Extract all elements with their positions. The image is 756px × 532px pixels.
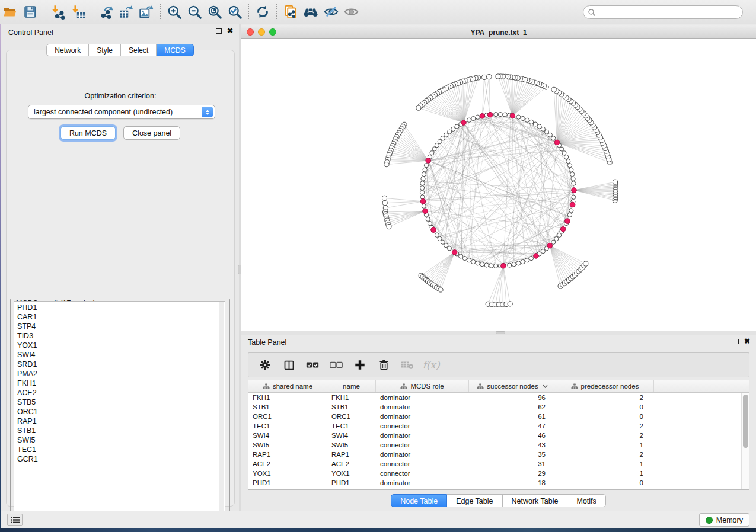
save-session-icon[interactable] bbox=[20, 2, 40, 21]
table-row[interactable]: FKH1FKH1dominator962 bbox=[248, 393, 749, 402]
mcds-result-group: MCDS result (17 nodes) PHD1CAR1STP4TID3Y… bbox=[10, 299, 230, 519]
column-header-successor-nodes[interactable]: successor nodes bbox=[469, 380, 556, 392]
task-history-button[interactable] bbox=[7, 514, 23, 526]
tab-network-table[interactable]: Network Table bbox=[503, 494, 568, 507]
application-window: Control Panel ✖ Optimization criterion: … bbox=[0, 0, 756, 532]
table-row[interactable]: SWI5SWI5connector431 bbox=[248, 440, 749, 450]
show-selection-icon[interactable] bbox=[341, 2, 361, 21]
mcds-result-item[interactable]: SWI4 bbox=[17, 350, 38, 360]
mcds-result-item[interactable]: SRD1 bbox=[17, 360, 38, 369]
zoom-fit-icon[interactable] bbox=[205, 2, 225, 21]
network-search-box[interactable] bbox=[583, 5, 743, 19]
tab-style[interactable]: Style bbox=[89, 44, 121, 56]
column-header-MCDS-role[interactable]: MCDS role bbox=[376, 380, 469, 392]
open-session-icon[interactable] bbox=[0, 2, 20, 21]
mcds-result-item[interactable]: STB1 bbox=[17, 426, 38, 435]
import-network-icon[interactable] bbox=[48, 2, 68, 21]
float-panel-icon[interactable] bbox=[733, 339, 739, 344]
import-table-icon[interactable] bbox=[68, 2, 88, 21]
mcds-result-item[interactable]: SWI5 bbox=[17, 435, 38, 445]
table-cell: connector bbox=[376, 441, 469, 448]
criterion-dropdown[interactable]: largest connected component (undirected) bbox=[28, 105, 215, 119]
mcds-result-item[interactable]: PHD1 bbox=[17, 303, 38, 312]
mcds-result-item[interactable]: TID3 bbox=[17, 331, 38, 341]
mcds-result-item[interactable]: CAR1 bbox=[17, 312, 38, 322]
memory-button[interactable]: Memory bbox=[699, 513, 749, 527]
table-cell: connector bbox=[376, 422, 469, 430]
close-panel-icon[interactable]: ✖ bbox=[744, 338, 750, 344]
table-row[interactable]: TEC1TEC1connector472 bbox=[248, 421, 749, 431]
deselect-all-icon[interactable] bbox=[326, 355, 347, 375]
select-all-icon[interactable] bbox=[302, 355, 323, 375]
network-titlebar[interactable]: YPA_prune.txt_1 bbox=[241, 25, 756, 39]
table-row[interactable]: PHD1PHD1dominator180 bbox=[248, 478, 749, 488]
mcds-result-item[interactable]: ORC1 bbox=[17, 407, 38, 416]
mcds-result-item[interactable]: YOX1 bbox=[17, 341, 38, 350]
result-scrollbar[interactable] bbox=[219, 302, 224, 512]
run-mcds-button[interactable]: Run MCDS bbox=[60, 126, 116, 140]
tab-select[interactable]: Select bbox=[121, 44, 157, 56]
zoom-in-icon[interactable] bbox=[164, 2, 184, 21]
toolbar-separator bbox=[44, 4, 44, 20]
export-table-icon[interactable] bbox=[116, 2, 136, 21]
mcds-result-item[interactable]: GCR1 bbox=[17, 454, 38, 464]
delete-table-icon[interactable] bbox=[397, 355, 418, 375]
float-panel-icon[interactable] bbox=[216, 28, 222, 34]
column-header-shared-name[interactable]: shared name bbox=[248, 380, 327, 392]
memory-status-icon bbox=[706, 517, 713, 524]
network-graph[interactable] bbox=[241, 39, 756, 331]
mcds-result-item[interactable]: ACE2 bbox=[17, 388, 38, 398]
mcds-result-listbox[interactable]: PHD1CAR1STP4TID3YOX1SWI4SRD1PMA2FKH1ACE2… bbox=[14, 301, 225, 512]
table-cell: dominator bbox=[376, 432, 469, 439]
table-row[interactable]: RAP1RAP1dominator352 bbox=[248, 450, 749, 459]
tab-mcds[interactable]: MCDS bbox=[157, 44, 193, 56]
splitter-grip[interactable] bbox=[496, 331, 505, 334]
table-cell: connector bbox=[376, 470, 469, 477]
export-image-icon[interactable] bbox=[136, 2, 157, 21]
desktop-wallpaper bbox=[0, 24, 1, 532]
show-columns-icon[interactable] bbox=[278, 355, 299, 375]
table-cell: STB1 bbox=[248, 403, 327, 411]
search-input[interactable] bbox=[596, 8, 732, 17]
search-icon bbox=[588, 8, 596, 17]
table-scrollbar-thumb[interactable] bbox=[743, 395, 748, 448]
table-cell: 1 bbox=[556, 441, 654, 448]
mcds-result-item[interactable]: FKH1 bbox=[17, 379, 38, 388]
add-column-icon[interactable] bbox=[349, 355, 371, 375]
column-header-predecessor-nodes[interactable]: predecessor nodes bbox=[556, 380, 654, 392]
mcds-result-item[interactable]: RAP1 bbox=[17, 416, 38, 426]
delete-columns-icon[interactable] bbox=[373, 355, 394, 375]
main-toolbar bbox=[0, 0, 756, 24]
zoom-selected-icon[interactable] bbox=[225, 2, 245, 21]
tab-edge-table[interactable]: Edge Table bbox=[447, 494, 502, 507]
table-row[interactable]: YOX1YOX1connector291 bbox=[248, 469, 749, 478]
close-panel-button[interactable]: Close panel bbox=[123, 126, 180, 140]
control-panel: Control Panel ✖ Optimization criterion: … bbox=[1, 24, 239, 511]
table-row[interactable]: ACE2ACE2connector311 bbox=[248, 459, 749, 469]
export-network-icon[interactable] bbox=[96, 2, 116, 21]
table-settings-gear-icon[interactable] bbox=[254, 355, 276, 375]
close-panel-icon[interactable]: ✖ bbox=[227, 28, 233, 34]
zoom-out-icon[interactable] bbox=[184, 2, 205, 21]
column-type-icon bbox=[477, 383, 484, 390]
mcds-result-item[interactable]: PMA2 bbox=[17, 369, 38, 379]
refresh-layout-icon[interactable] bbox=[253, 2, 273, 21]
mcds-result-item[interactable]: STP4 bbox=[17, 322, 38, 331]
hide-selection-icon[interactable] bbox=[321, 2, 341, 21]
mcds-result-item[interactable]: STB5 bbox=[17, 398, 38, 407]
table-row[interactable]: SWI4SWI4dominator462 bbox=[248, 431, 749, 440]
tab-motifs[interactable]: Motifs bbox=[567, 494, 605, 507]
table-cell: PHD1 bbox=[248, 479, 327, 486]
mcds-result-item[interactable]: TEC1 bbox=[17, 445, 38, 454]
table-row[interactable]: STB1STB1dominator620 bbox=[248, 402, 749, 412]
tab-network[interactable]: Network bbox=[46, 44, 89, 56]
tab-node-table[interactable]: Node Table bbox=[391, 494, 447, 507]
clone-network-icon[interactable] bbox=[280, 2, 301, 21]
horizontal-splitter[interactable] bbox=[241, 331, 756, 335]
table-scrollbar[interactable] bbox=[741, 393, 749, 490]
search-network-icon[interactable] bbox=[301, 2, 321, 21]
table-row[interactable]: ORC1ORC1dominator610 bbox=[248, 412, 749, 421]
function-builder-icon[interactable]: f(x) bbox=[420, 355, 442, 375]
column-type-icon bbox=[571, 383, 578, 390]
column-header-name[interactable]: name bbox=[327, 380, 376, 392]
